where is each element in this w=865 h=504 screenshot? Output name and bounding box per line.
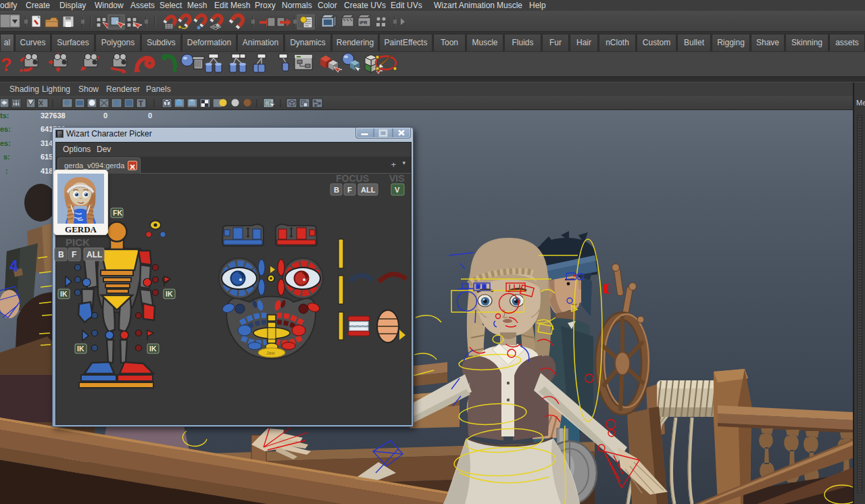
- svg-text:ALL: ALL: [86, 250, 102, 259]
- svg-text:FK: FK: [113, 209, 122, 217]
- svg-text:B: B: [58, 250, 64, 259]
- svg-text:IK: IK: [77, 345, 84, 353]
- svg-text:IK: IK: [166, 290, 173, 298]
- svg-text:IK: IK: [149, 345, 157, 353]
- svg-text:Jaw: Jaw: [266, 351, 275, 355]
- svg-text:4: 4: [9, 257, 18, 275]
- svg-text:IPR: IPR: [360, 20, 368, 25]
- svg-text:F: F: [347, 186, 352, 194]
- svg-text:FOCUS: FOCUS: [336, 173, 369, 184]
- svg-text:PICK: PICK: [66, 236, 90, 248]
- svg-text:F: F: [72, 250, 76, 259]
- svg-text:T: T: [139, 99, 143, 107]
- svg-text:VIS: VIS: [389, 173, 405, 184]
- svg-text:B: B: [334, 186, 339, 194]
- svg-text:IK: IK: [60, 290, 68, 298]
- svg-text:ALL: ALL: [361, 186, 376, 194]
- svg-text:V: V: [395, 186, 400, 194]
- svg-text:?: ?: [1, 55, 12, 75]
